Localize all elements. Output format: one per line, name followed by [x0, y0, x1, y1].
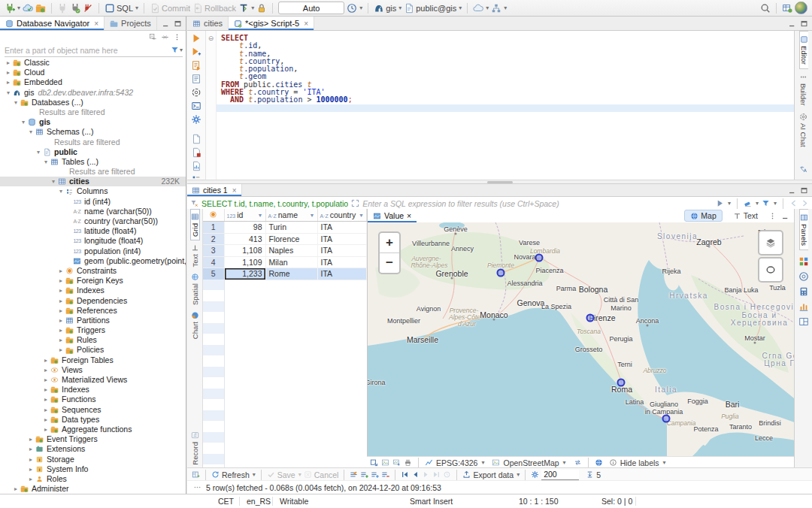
panel-layout-icon[interactable] — [798, 316, 809, 327]
presentation-tab-text[interactable]: Text — [191, 240, 199, 270]
map-export-icon[interactable] — [370, 458, 378, 467]
bookmark-table-icon[interactable] — [782, 3, 792, 14]
cell-country[interactable]: ITA — [317, 222, 367, 234]
filter-funnel-icon[interactable] — [762, 199, 770, 207]
collapse-all-icon[interactable] — [149, 33, 157, 41]
cell-country[interactable]: ITA — [317, 233, 367, 245]
close-icon[interactable]: × — [232, 186, 237, 195]
chevron-down-icon[interactable]: ▾ — [180, 47, 183, 53]
duplicate-row-icon[interactable] — [371, 470, 379, 479]
tree-item-administer[interactable]: ▸Administer — [0, 484, 186, 494]
sql-line[interactable]: t.id, — [221, 42, 794, 50]
swap-coordinates-icon[interactable] — [574, 458, 582, 467]
tree-item-policies[interactable]: ▸Policies — [0, 345, 186, 355]
strip-tab-panels[interactable]: Panels — [799, 209, 808, 250]
tree-expander[interactable]: ▸ — [57, 345, 65, 355]
grid-corner-cell[interactable] — [203, 209, 224, 222]
first-row-icon[interactable] — [401, 470, 409, 479]
record-mode-tab[interactable]: Record — [191, 428, 199, 468]
sql-line[interactable]: AND t.population > 1000000; — [221, 96, 794, 104]
column-header-id[interactable]: 123id▼ — [224, 209, 265, 222]
filter-expression-input[interactable]: Enter a SQL expression to filter results… — [362, 199, 713, 208]
fetch-all-icon[interactable] — [586, 470, 594, 479]
globe-icon[interactable] — [595, 458, 603, 467]
strip-tab-builder[interactable]: Builder — [799, 69, 807, 110]
tree-item-indexes[interactable]: ▸Indexes — [0, 286, 186, 295]
tiles-selector[interactable]: OpenStreetMap — [503, 458, 559, 467]
results-tab-cities1[interactable]: cities 1 × — [187, 184, 242, 196]
tree-expander[interactable]: ▾ — [12, 98, 20, 107]
tree-expander[interactable]: ▸ — [27, 434, 35, 444]
tree-expander[interactable]: ▸ — [27, 455, 35, 464]
link-with-editor-icon[interactable] — [161, 33, 169, 41]
save-button[interactable]: Save — [277, 470, 295, 479]
close-icon[interactable]: × — [94, 20, 98, 28]
test-connection-icon[interactable] — [70, 3, 80, 14]
tree-expander[interactable]: ▸ — [57, 316, 65, 325]
tree-item-constraints[interactable]: ▸Constraints — [0, 266, 186, 276]
value-tab[interactable]: Value × — [368, 209, 417, 222]
exec-new-tab-icon[interactable] — [191, 47, 201, 57]
disconnect-icon[interactable] — [83, 3, 93, 14]
map-marker-florence[interactable] — [586, 314, 595, 322]
minimize-icon[interactable] — [788, 186, 796, 195]
tree-expander[interactable]: ▸ — [27, 474, 35, 484]
view-menu-icon[interactable] — [173, 33, 181, 41]
open-panel-icon[interactable] — [192, 470, 200, 479]
search-icon[interactable] — [760, 3, 771, 14]
tree-item-extensions[interactable]: ▸Extensions — [0, 444, 186, 454]
tree-item-latitude-float4-[interactable]: 123latitude (float4) — [0, 226, 186, 236]
tree-item-id-int4-[interactable]: 123id (int4) — [0, 197, 186, 207]
tree-item-name-varchar-50-[interactable]: A·Zname (varchar(50)) — [0, 207, 186, 216]
tree-item-foreign-keys[interactable]: ▸Foreign Keys — [0, 276, 186, 286]
tree-expander[interactable]: ▸ — [57, 286, 65, 295]
tree-expander[interactable]: ▸ — [57, 276, 65, 286]
row-number[interactable]: 1 — [203, 222, 224, 234]
tree-expander[interactable]: ▸ — [42, 425, 50, 434]
status-writable[interactable]: Writable — [280, 497, 308, 506]
auto-commit-combo[interactable]: Auto — [278, 2, 344, 14]
column-header-country[interactable]: A·Zcountry▼ — [317, 209, 367, 222]
tree-expander[interactable]: ▸ — [57, 325, 65, 335]
network-share-icon[interactable]: ▾ — [491, 3, 507, 14]
lock-icon[interactable] — [256, 3, 267, 14]
edit-row-icon[interactable] — [350, 470, 358, 479]
tree-expander[interactable]: ▾ — [27, 127, 35, 137]
cell-id[interactable]: 1,109 — [224, 256, 265, 268]
hide-labels-toggle[interactable]: Hide labels — [620, 458, 659, 467]
doc-chart-icon[interactable] — [191, 161, 201, 171]
table-row[interactable]: 41,109MilanITA — [203, 256, 367, 268]
strip-tab-editor[interactable]: Editor — [799, 31, 808, 69]
table-row[interactable]: 31,108NaplesITA — [203, 245, 367, 257]
strip-tab-ai-chat[interactable]: AI Chat — [799, 109, 807, 151]
status-menu-icon[interactable] — [193, 483, 201, 491]
tree-item-longitude-float4-[interactable]: 123longitude (float4) — [0, 236, 186, 246]
cell-country[interactable]: ITA — [317, 268, 367, 280]
expand-icon[interactable] — [351, 199, 359, 207]
cell-name[interactable]: Rome — [265, 268, 317, 280]
tree-item-functions[interactable]: ▸Functions — [0, 395, 186, 404]
add-row-icon[interactable] — [360, 470, 368, 479]
cloud-connection-icon[interactable] — [23, 3, 33, 14]
presentation-tab-chart[interactable]: Chart — [191, 308, 199, 342]
editor-tab-script[interactable]: *<gis> Script-5 × — [229, 17, 314, 30]
tree-expander[interactable]: ▾ — [5, 88, 12, 98]
sort-filter-icon[interactable]: ▼ — [359, 213, 364, 218]
tree-item-roles[interactable]: ▸Roles — [0, 474, 186, 484]
tree-item-tables-[interactable]: ▾Tables (...) — [0, 157, 186, 167]
map-marker-turin[interactable] — [497, 269, 505, 277]
connect-plug-icon[interactable]: ▾ — [5, 3, 20, 14]
tree-expander[interactable]: ▾ — [42, 157, 50, 167]
row-number[interactable]: 3 — [203, 245, 224, 257]
tree-expander[interactable]: ▾ — [57, 186, 65, 196]
tree-item-rules[interactable]: ▸Rules — [0, 335, 186, 345]
close-icon[interactable]: × — [304, 20, 308, 28]
tab-projects[interactable]: Projects — [105, 17, 157, 30]
tree-item-cloud[interactable]: ▸Cloud — [0, 68, 186, 77]
tree-expander[interactable]: ▸ — [42, 395, 50, 404]
status-selection[interactable]: Sel: 0 | 0 — [601, 497, 632, 506]
maximize-icon[interactable] — [800, 186, 808, 195]
tree-item-materialized-views[interactable]: ▸Materialized Views — [0, 375, 186, 385]
presentation-tab-spatial[interactable]: Spatial — [191, 270, 199, 308]
maximize-icon[interactable] — [800, 20, 808, 28]
